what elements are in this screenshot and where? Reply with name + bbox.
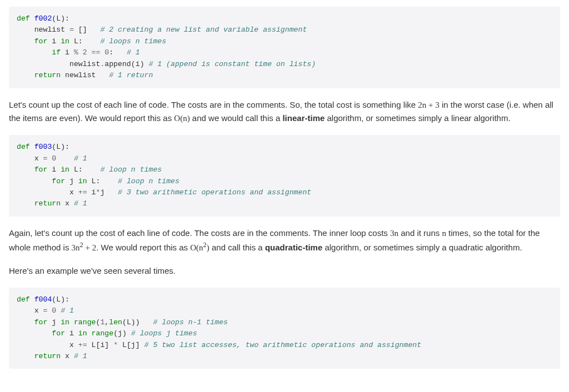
paragraph-linear-time: Let's count up the cost of each line of …	[9, 98, 560, 125]
code-block-f004: def f004(L): x = 0 # 1 for j in range(1,…	[9, 288, 560, 369]
term-quadratic-time: quadratic-time	[265, 243, 322, 252]
math-3n2-plus-2: 3n2 + 2	[72, 243, 97, 252]
document-page: def f002(L): newlist = [] # 2 creating a…	[0, 7, 569, 390]
code-block-f002: def f002(L): newlist = [] # 2 creating a…	[9, 7, 560, 88]
term-linear-time: linear-time	[282, 113, 325, 123]
code-block-f003: def f003(L): x = 0 # 1 for i in L: # loo…	[9, 135, 560, 217]
math-n: n	[442, 229, 446, 238]
math-big-o-n: O(n)	[174, 114, 189, 123]
math-big-o-n2: O(n2)	[190, 243, 209, 252]
paragraph-example-intro: Here's an example we've seen several tim…	[9, 264, 560, 277]
paragraph-quadratic-time: Again, let's count up the cost of each l…	[9, 227, 560, 255]
math-3n: 3n	[390, 229, 398, 238]
math-2n-plus-3: 2n + 3	[418, 100, 439, 109]
